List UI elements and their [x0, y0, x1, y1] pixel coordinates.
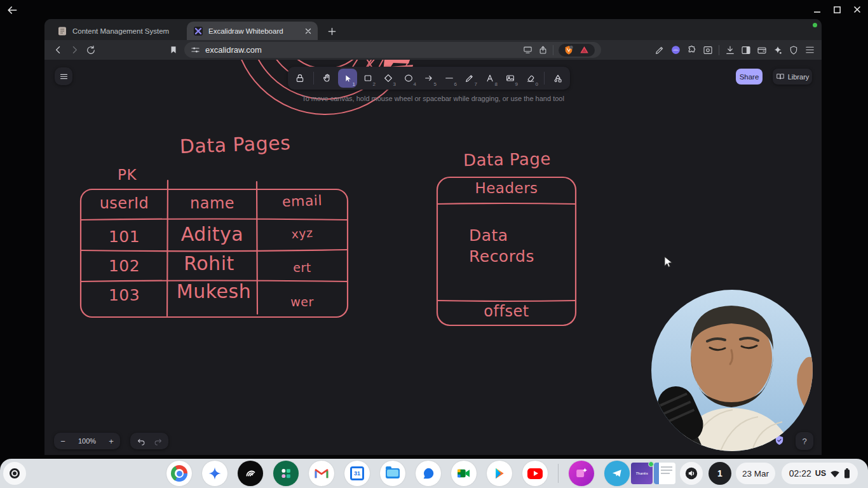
excalidraw-favicon — [193, 26, 203, 36]
notification-counter[interactable]: 1 — [709, 462, 731, 485]
zoom-controls: − 100% + — [54, 433, 120, 449]
tool-eraser[interactable]: 0 — [521, 69, 540, 88]
browser-menu-icon[interactable] — [804, 44, 815, 55]
purple-extension-icon[interactable] — [670, 44, 681, 55]
zoom-level[interactable]: 100% — [72, 437, 102, 445]
app-calendar[interactable]: 31 — [344, 461, 370, 486]
sparkle-icon[interactable] — [773, 45, 783, 55]
image-icon — [505, 73, 515, 83]
chrome-icon — [171, 465, 187, 482]
url-text: excalidraw.com — [205, 45, 517, 55]
redo-button[interactable] — [149, 434, 166, 448]
share-page-icon[interactable] — [538, 45, 548, 55]
address-bar[interactable]: excalidraw.com — [184, 42, 601, 58]
app-youtube[interactable] — [522, 461, 548, 486]
tool-shapes[interactable] — [548, 69, 567, 88]
tool-image[interactable]: 9 — [501, 69, 520, 88]
minimize-icon[interactable] — [813, 5, 822, 14]
app-gallery[interactable] — [569, 461, 594, 486]
tool-arrow[interactable]: 5 — [419, 69, 438, 88]
volume-icon — [685, 467, 698, 480]
browser-window: Content Management System Excalidraw Whi… — [44, 19, 822, 455]
tab-content-management-system[interactable]: Content Management System — [51, 22, 184, 40]
tool-selection[interactable]: 1 — [338, 69, 357, 88]
canvas-hint-text: To move canvas, hold mouse wheel or spac… — [44, 95, 822, 102]
app-play-store[interactable] — [487, 461, 512, 486]
close-tab-icon[interactable] — [305, 28, 311, 34]
calendar-date-pill[interactable]: 23 Mar — [736, 463, 775, 484]
meet-icon — [457, 468, 471, 479]
tool-ellipse[interactable]: 4 — [399, 69, 418, 88]
status-tray[interactable]: 02:22 US — [782, 463, 858, 484]
volume-button[interactable] — [680, 462, 703, 485]
ellipse-icon — [403, 73, 414, 83]
share-button[interactable]: Share — [736, 69, 763, 85]
os-back-button[interactable] — [5, 4, 20, 17]
orange-shield-extension-icon[interactable] — [564, 45, 574, 55]
extensions-puzzle-icon[interactable] — [687, 45, 697, 55]
zoom-in-button[interactable]: + — [102, 437, 120, 446]
back-icon — [53, 44, 64, 55]
cell-email-wer: wer — [257, 295, 348, 309]
nav-reload-button[interactable] — [83, 42, 99, 58]
app-files[interactable] — [380, 461, 405, 486]
tool-diamond[interactable]: 3 — [379, 69, 398, 88]
tab-excalidraw-whiteboard[interactable]: Excalidraw Whiteboard — [187, 22, 318, 40]
tool-hand[interactable] — [318, 69, 337, 88]
nav-forward-button[interactable] — [66, 42, 83, 58]
tab-title: Content Management System — [72, 27, 169, 35]
screen-capture-preview[interactable]: Thanks — [631, 463, 675, 484]
app-meet[interactable] — [451, 461, 477, 486]
red-triangle-extension-icon[interactable] — [579, 45, 590, 55]
pencil-icon — [465, 73, 475, 83]
app-messages[interactable] — [416, 461, 441, 486]
app-gmail[interactable] — [309, 461, 334, 486]
zoom-out-button[interactable]: − — [54, 437, 72, 446]
tool-lock[interactable] — [290, 69, 309, 88]
telegram-icon — [611, 467, 623, 480]
mouse-cursor — [663, 256, 674, 269]
site-settings-icon[interactable] — [191, 45, 200, 55]
cell-email-ert: ert — [257, 261, 348, 274]
screenshot-icon[interactable] — [703, 45, 713, 55]
app-gemini[interactable] — [202, 461, 227, 486]
library-button[interactable]: Library — [773, 69, 812, 85]
messages-icon — [421, 466, 435, 480]
new-tab-button[interactable] — [324, 24, 339, 39]
launcher-button[interactable] — [3, 462, 26, 485]
send-to-device-icon[interactable] — [522, 45, 533, 55]
pen-icon[interactable] — [654, 45, 665, 55]
data-records-label-line2: Records — [469, 247, 571, 266]
selection-cursor-icon — [343, 74, 353, 83]
preview-status-dot — [648, 461, 654, 467]
bookmark-icon — [169, 45, 178, 55]
excalidraw-menu-button[interactable] — [55, 67, 72, 85]
gallery-sparkle-icon — [574, 466, 588, 480]
undo-button[interactable] — [133, 434, 149, 448]
tool-rectangle[interactable]: 2 — [358, 69, 377, 88]
excalidraw-canvas-area[interactable]: Data Pages PK userId name email 101 Adit… — [44, 60, 822, 455]
maximize-icon[interactable] — [833, 6, 841, 14]
tool-line[interactable]: 6 — [440, 69, 459, 88]
close-window-icon[interactable] — [853, 5, 862, 14]
tool-draw[interactable]: 7 — [460, 69, 479, 88]
tab-title: Excalidraw Whiteboard — [208, 27, 300, 35]
toolbar-divider — [719, 45, 719, 55]
tool-text[interactable]: 8 — [480, 69, 499, 88]
app-telegram[interactable] — [604, 461, 630, 486]
calendar-icon: 31 — [350, 466, 364, 480]
download-icon[interactable] — [725, 45, 735, 55]
app-audio-arcs[interactable] — [238, 461, 263, 486]
wallet-icon[interactable] — [757, 45, 767, 55]
side-panel-icon[interactable] — [741, 45, 751, 55]
privacy-shield-icon[interactable] — [789, 45, 799, 55]
chromeos-shelf: 31 — [0, 459, 868, 488]
cell-userid-101: 101 — [81, 227, 168, 246]
app-shapes-grid[interactable] — [273, 461, 299, 486]
omnibox-divider — [553, 45, 553, 55]
nav-back-button[interactable] — [50, 42, 66, 58]
webcam-overlay[interactable] — [644, 289, 820, 452]
app-chrome[interactable] — [166, 461, 192, 486]
offset-label: offset — [444, 302, 569, 320]
bookmark-button[interactable] — [165, 42, 182, 58]
